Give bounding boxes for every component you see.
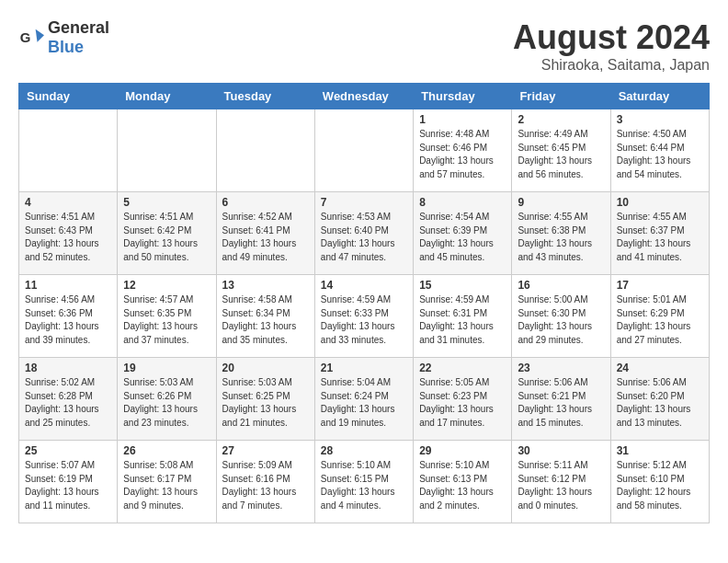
day-number: 15 (419, 279, 506, 292)
calendar-day-cell: 25Sunrise: 5:07 AM Sunset: 6:19 PM Dayli… (19, 441, 118, 523)
weekday-header-cell: Thursday (414, 84, 512, 109)
day-info: Sunrise: 4:48 AM Sunset: 6:46 PM Dayligh… (419, 128, 506, 181)
day-info: Sunrise: 5:07 AM Sunset: 6:19 PM Dayligh… (25, 459, 111, 512)
calendar-day-cell: 21Sunrise: 5:04 AM Sunset: 6:24 PM Dayli… (314, 358, 413, 441)
day-number: 28 (321, 444, 407, 457)
day-number: 7 (321, 196, 407, 209)
weekday-header-cell: Monday (118, 84, 216, 109)
day-info: Sunrise: 5:05 AM Sunset: 6:23 PM Dayligh… (419, 376, 506, 430)
day-number: 31 (617, 444, 703, 457)
calendar-day-cell: 13Sunrise: 4:58 AM Sunset: 6:34 PM Dayli… (216, 275, 314, 358)
calendar-week-row: 4Sunrise: 4:51 AM Sunset: 6:43 PM Daylig… (19, 192, 710, 275)
day-number: 23 (518, 362, 604, 374)
day-info: Sunrise: 4:58 AM Sunset: 6:34 PM Dayligh… (222, 293, 309, 347)
day-number: 2 (518, 113, 604, 126)
weekday-header-cell: Saturday (610, 84, 709, 109)
weekday-header-row: SundayMondayTuesdayWednesdayThursdayFrid… (19, 84, 710, 109)
logo-icon: G (18, 25, 44, 51)
calendar-day-cell (314, 109, 413, 192)
day-number: 14 (321, 279, 407, 292)
weekday-header-cell: Sunday (19, 84, 118, 109)
logo-blue-text: Blue (48, 38, 84, 56)
day-info: Sunrise: 5:04 AM Sunset: 6:24 PM Dayligh… (321, 376, 407, 430)
calendar-table: SundayMondayTuesdayWednesdayThursdayFrid… (18, 83, 710, 523)
day-number: 1 (419, 113, 506, 126)
weekday-header-cell: Tuesday (216, 84, 314, 109)
day-info: Sunrise: 4:55 AM Sunset: 6:38 PM Dayligh… (518, 211, 604, 264)
calendar-day-cell: 30Sunrise: 5:11 AM Sunset: 6:12 PM Dayli… (512, 441, 610, 523)
calendar-day-cell (118, 109, 216, 192)
calendar-day-cell: 16Sunrise: 5:00 AM Sunset: 6:30 PM Dayli… (512, 275, 610, 358)
day-info: Sunrise: 5:03 AM Sunset: 6:25 PM Dayligh… (222, 376, 309, 430)
day-info: Sunrise: 4:52 AM Sunset: 6:41 PM Dayligh… (222, 211, 309, 264)
calendar-day-cell: 5Sunrise: 4:51 AM Sunset: 6:42 PM Daylig… (118, 192, 216, 275)
day-info: Sunrise: 5:10 AM Sunset: 6:13 PM Dayligh… (419, 459, 506, 512)
day-info: Sunrise: 4:55 AM Sunset: 6:37 PM Dayligh… (617, 211, 703, 264)
calendar-day-cell: 10Sunrise: 4:55 AM Sunset: 6:37 PM Dayli… (610, 192, 709, 275)
calendar-week-row: 1Sunrise: 4:48 AM Sunset: 6:46 PM Daylig… (19, 109, 710, 192)
day-info: Sunrise: 5:03 AM Sunset: 6:26 PM Dayligh… (123, 376, 210, 430)
day-info: Sunrise: 5:12 AM Sunset: 6:10 PM Dayligh… (617, 459, 703, 512)
day-info: Sunrise: 4:53 AM Sunset: 6:40 PM Dayligh… (321, 211, 407, 264)
calendar-day-cell: 29Sunrise: 5:10 AM Sunset: 6:13 PM Dayli… (414, 441, 512, 523)
calendar-day-cell: 17Sunrise: 5:01 AM Sunset: 6:29 PM Dayli… (610, 275, 709, 358)
day-info: Sunrise: 5:06 AM Sunset: 6:21 PM Dayligh… (518, 376, 604, 430)
calendar-day-cell: 12Sunrise: 4:57 AM Sunset: 6:35 PM Dayli… (118, 275, 216, 358)
calendar-day-cell: 3Sunrise: 4:50 AM Sunset: 6:44 PM Daylig… (610, 109, 709, 192)
day-info: Sunrise: 5:00 AM Sunset: 6:30 PM Dayligh… (518, 293, 604, 347)
calendar-day-cell: 28Sunrise: 5:10 AM Sunset: 6:15 PM Dayli… (314, 441, 413, 523)
day-number: 20 (222, 362, 309, 374)
day-info: Sunrise: 4:51 AM Sunset: 6:42 PM Dayligh… (123, 211, 210, 264)
month-year-title: August 2024 (513, 18, 710, 57)
logo: G General Blue (18, 18, 109, 57)
calendar-day-cell: 20Sunrise: 5:03 AM Sunset: 6:25 PM Dayli… (216, 358, 314, 441)
day-number: 26 (123, 444, 210, 457)
calendar-week-row: 25Sunrise: 5:07 AM Sunset: 6:19 PM Dayli… (19, 441, 710, 523)
day-info: Sunrise: 4:49 AM Sunset: 6:45 PM Dayligh… (518, 128, 604, 181)
calendar-week-row: 18Sunrise: 5:02 AM Sunset: 6:28 PM Dayli… (19, 358, 710, 441)
location-subtitle: Shiraoka, Saitama, Japan (513, 57, 710, 74)
day-number: 22 (419, 362, 506, 374)
day-info: Sunrise: 5:02 AM Sunset: 6:28 PM Dayligh… (25, 376, 111, 430)
calendar-day-cell: 27Sunrise: 5:09 AM Sunset: 6:16 PM Dayli… (216, 441, 314, 523)
day-number: 19 (123, 362, 210, 374)
calendar-day-cell: 11Sunrise: 4:56 AM Sunset: 6:36 PM Dayli… (19, 275, 118, 358)
day-info: Sunrise: 5:10 AM Sunset: 6:15 PM Dayligh… (321, 459, 407, 512)
day-number: 3 (617, 113, 703, 126)
day-number: 11 (25, 279, 111, 292)
day-number: 17 (617, 279, 703, 292)
day-number: 8 (419, 196, 506, 209)
calendar-day-cell: 23Sunrise: 5:06 AM Sunset: 6:21 PM Dayli… (512, 358, 610, 441)
calendar-day-cell: 7Sunrise: 4:53 AM Sunset: 6:40 PM Daylig… (314, 192, 413, 275)
calendar-week-row: 11Sunrise: 4:56 AM Sunset: 6:36 PM Dayli… (19, 275, 710, 358)
calendar-day-cell: 9Sunrise: 4:55 AM Sunset: 6:38 PM Daylig… (512, 192, 610, 275)
calendar-day-cell: 19Sunrise: 5:03 AM Sunset: 6:26 PM Dayli… (118, 358, 216, 441)
day-number: 16 (518, 279, 604, 292)
svg-text:G: G (20, 29, 31, 45)
calendar-day-cell: 18Sunrise: 5:02 AM Sunset: 6:28 PM Dayli… (19, 358, 118, 441)
day-number: 29 (419, 444, 506, 457)
day-number: 4 (25, 196, 111, 209)
weekday-header-cell: Friday (512, 84, 610, 109)
day-info: Sunrise: 4:59 AM Sunset: 6:31 PM Dayligh… (419, 293, 506, 347)
day-number: 9 (518, 196, 604, 209)
day-info: Sunrise: 4:51 AM Sunset: 6:43 PM Dayligh… (25, 211, 111, 264)
logo-general-text: General (48, 18, 109, 37)
calendar-day-cell: 8Sunrise: 4:54 AM Sunset: 6:39 PM Daylig… (414, 192, 512, 275)
calendar-day-cell: 26Sunrise: 5:08 AM Sunset: 6:17 PM Dayli… (118, 441, 216, 523)
calendar-day-cell: 14Sunrise: 4:59 AM Sunset: 6:33 PM Dayli… (314, 275, 413, 358)
weekday-header-cell: Wednesday (314, 84, 413, 109)
calendar-day-cell (19, 109, 118, 192)
day-info: Sunrise: 5:08 AM Sunset: 6:17 PM Dayligh… (123, 459, 210, 512)
day-info: Sunrise: 5:01 AM Sunset: 6:29 PM Dayligh… (617, 293, 703, 347)
calendar-day-cell: 2Sunrise: 4:49 AM Sunset: 6:45 PM Daylig… (512, 109, 610, 192)
calendar-day-cell: 6Sunrise: 4:52 AM Sunset: 6:41 PM Daylig… (216, 192, 314, 275)
calendar-day-cell: 1Sunrise: 4:48 AM Sunset: 6:46 PM Daylig… (414, 109, 512, 192)
day-info: Sunrise: 4:54 AM Sunset: 6:39 PM Dayligh… (419, 211, 506, 264)
title-area: August 2024 Shiraoka, Saitama, Japan (513, 18, 710, 74)
day-number: 27 (222, 444, 309, 457)
calendar-day-cell: 31Sunrise: 5:12 AM Sunset: 6:10 PM Dayli… (610, 441, 709, 523)
day-number: 5 (123, 196, 210, 209)
day-info: Sunrise: 4:56 AM Sunset: 6:36 PM Dayligh… (25, 293, 111, 347)
calendar-day-cell: 24Sunrise: 5:06 AM Sunset: 6:20 PM Dayli… (610, 358, 709, 441)
